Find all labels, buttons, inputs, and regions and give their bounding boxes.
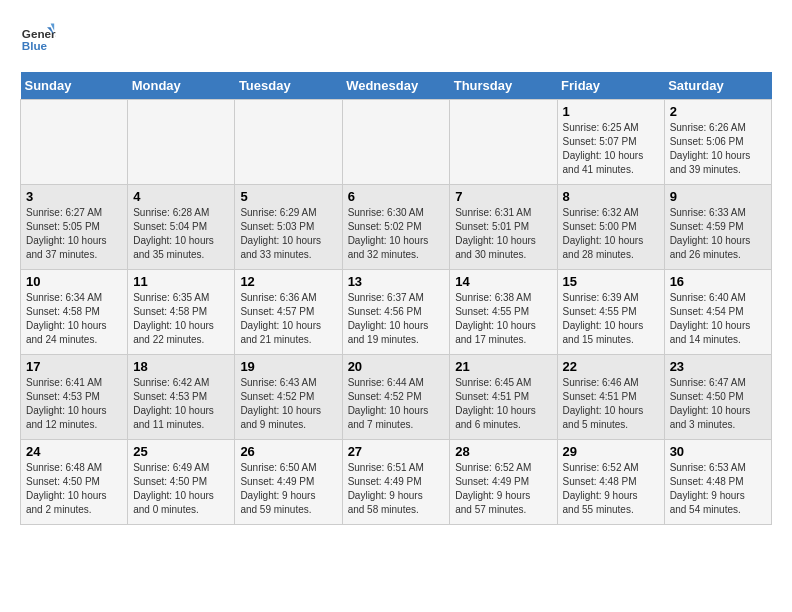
day-detail: Sunrise: 6:48 AM Sunset: 4:50 PM Dayligh… [26, 461, 122, 517]
day-number: 10 [26, 274, 122, 289]
day-detail: Sunrise: 6:36 AM Sunset: 4:57 PM Dayligh… [240, 291, 336, 347]
day-number: 12 [240, 274, 336, 289]
weekday-header-row: SundayMondayTuesdayWednesdayThursdayFrid… [21, 72, 772, 100]
calendar-cell [128, 100, 235, 185]
calendar-week-row: 17Sunrise: 6:41 AM Sunset: 4:53 PM Dayli… [21, 355, 772, 440]
day-detail: Sunrise: 6:38 AM Sunset: 4:55 PM Dayligh… [455, 291, 551, 347]
calendar-cell: 25Sunrise: 6:49 AM Sunset: 4:50 PM Dayli… [128, 440, 235, 525]
calendar-cell: 28Sunrise: 6:52 AM Sunset: 4:49 PM Dayli… [450, 440, 557, 525]
day-detail: Sunrise: 6:49 AM Sunset: 4:50 PM Dayligh… [133, 461, 229, 517]
calendar-cell: 18Sunrise: 6:42 AM Sunset: 4:53 PM Dayli… [128, 355, 235, 440]
day-detail: Sunrise: 6:33 AM Sunset: 4:59 PM Dayligh… [670, 206, 766, 262]
calendar-cell: 27Sunrise: 6:51 AM Sunset: 4:49 PM Dayli… [342, 440, 450, 525]
calendar-week-row: 10Sunrise: 6:34 AM Sunset: 4:58 PM Dayli… [21, 270, 772, 355]
day-number: 4 [133, 189, 229, 204]
calendar-week-row: 3Sunrise: 6:27 AM Sunset: 5:05 PM Daylig… [21, 185, 772, 270]
day-detail: Sunrise: 6:25 AM Sunset: 5:07 PM Dayligh… [563, 121, 659, 177]
day-number: 30 [670, 444, 766, 459]
day-number: 25 [133, 444, 229, 459]
day-number: 15 [563, 274, 659, 289]
calendar-cell [342, 100, 450, 185]
calendar-cell: 13Sunrise: 6:37 AM Sunset: 4:56 PM Dayli… [342, 270, 450, 355]
calendar-cell: 17Sunrise: 6:41 AM Sunset: 4:53 PM Dayli… [21, 355, 128, 440]
calendar-cell: 5Sunrise: 6:29 AM Sunset: 5:03 PM Daylig… [235, 185, 342, 270]
calendar-cell: 7Sunrise: 6:31 AM Sunset: 5:01 PM Daylig… [450, 185, 557, 270]
day-detail: Sunrise: 6:42 AM Sunset: 4:53 PM Dayligh… [133, 376, 229, 432]
calendar-cell: 3Sunrise: 6:27 AM Sunset: 5:05 PM Daylig… [21, 185, 128, 270]
weekday-header-sunday: Sunday [21, 72, 128, 100]
day-detail: Sunrise: 6:52 AM Sunset: 4:49 PM Dayligh… [455, 461, 551, 517]
calendar-cell: 4Sunrise: 6:28 AM Sunset: 5:04 PM Daylig… [128, 185, 235, 270]
day-number: 18 [133, 359, 229, 374]
day-number: 23 [670, 359, 766, 374]
calendar-cell: 26Sunrise: 6:50 AM Sunset: 4:49 PM Dayli… [235, 440, 342, 525]
weekday-header-wednesday: Wednesday [342, 72, 450, 100]
calendar-cell: 10Sunrise: 6:34 AM Sunset: 4:58 PM Dayli… [21, 270, 128, 355]
day-detail: Sunrise: 6:45 AM Sunset: 4:51 PM Dayligh… [455, 376, 551, 432]
day-number: 27 [348, 444, 445, 459]
day-detail: Sunrise: 6:53 AM Sunset: 4:48 PM Dayligh… [670, 461, 766, 517]
calendar-week-row: 24Sunrise: 6:48 AM Sunset: 4:50 PM Dayli… [21, 440, 772, 525]
day-detail: Sunrise: 6:40 AM Sunset: 4:54 PM Dayligh… [670, 291, 766, 347]
day-detail: Sunrise: 6:39 AM Sunset: 4:55 PM Dayligh… [563, 291, 659, 347]
calendar-cell [235, 100, 342, 185]
day-number: 16 [670, 274, 766, 289]
day-number: 19 [240, 359, 336, 374]
calendar-cell: 11Sunrise: 6:35 AM Sunset: 4:58 PM Dayli… [128, 270, 235, 355]
weekday-header-monday: Monday [128, 72, 235, 100]
weekday-header-friday: Friday [557, 72, 664, 100]
day-detail: Sunrise: 6:50 AM Sunset: 4:49 PM Dayligh… [240, 461, 336, 517]
day-number: 6 [348, 189, 445, 204]
calendar-cell: 21Sunrise: 6:45 AM Sunset: 4:51 PM Dayli… [450, 355, 557, 440]
day-detail: Sunrise: 6:46 AM Sunset: 4:51 PM Dayligh… [563, 376, 659, 432]
day-number: 13 [348, 274, 445, 289]
day-number: 17 [26, 359, 122, 374]
day-detail: Sunrise: 6:26 AM Sunset: 5:06 PM Dayligh… [670, 121, 766, 177]
day-detail: Sunrise: 6:30 AM Sunset: 5:02 PM Dayligh… [348, 206, 445, 262]
svg-text:Blue: Blue [22, 39, 48, 52]
day-number: 5 [240, 189, 336, 204]
day-number: 28 [455, 444, 551, 459]
day-number: 14 [455, 274, 551, 289]
day-detail: Sunrise: 6:44 AM Sunset: 4:52 PM Dayligh… [348, 376, 445, 432]
calendar-cell: 19Sunrise: 6:43 AM Sunset: 4:52 PM Dayli… [235, 355, 342, 440]
calendar-cell: 16Sunrise: 6:40 AM Sunset: 4:54 PM Dayli… [664, 270, 771, 355]
day-detail: Sunrise: 6:29 AM Sunset: 5:03 PM Dayligh… [240, 206, 336, 262]
calendar-cell: 15Sunrise: 6:39 AM Sunset: 4:55 PM Dayli… [557, 270, 664, 355]
logo: General Blue [20, 20, 56, 56]
day-number: 1 [563, 104, 659, 119]
weekday-header-thursday: Thursday [450, 72, 557, 100]
day-number: 3 [26, 189, 122, 204]
calendar-cell: 14Sunrise: 6:38 AM Sunset: 4:55 PM Dayli… [450, 270, 557, 355]
calendar-cell: 12Sunrise: 6:36 AM Sunset: 4:57 PM Dayli… [235, 270, 342, 355]
calendar-cell: 24Sunrise: 6:48 AM Sunset: 4:50 PM Dayli… [21, 440, 128, 525]
calendar-cell: 9Sunrise: 6:33 AM Sunset: 4:59 PM Daylig… [664, 185, 771, 270]
day-number: 2 [670, 104, 766, 119]
day-detail: Sunrise: 6:37 AM Sunset: 4:56 PM Dayligh… [348, 291, 445, 347]
day-detail: Sunrise: 6:52 AM Sunset: 4:48 PM Dayligh… [563, 461, 659, 517]
calendar-cell: 2Sunrise: 6:26 AM Sunset: 5:06 PM Daylig… [664, 100, 771, 185]
day-number: 26 [240, 444, 336, 459]
day-detail: Sunrise: 6:28 AM Sunset: 5:04 PM Dayligh… [133, 206, 229, 262]
day-number: 22 [563, 359, 659, 374]
calendar-cell: 22Sunrise: 6:46 AM Sunset: 4:51 PM Dayli… [557, 355, 664, 440]
calendar-cell: 23Sunrise: 6:47 AM Sunset: 4:50 PM Dayli… [664, 355, 771, 440]
day-detail: Sunrise: 6:32 AM Sunset: 5:00 PM Dayligh… [563, 206, 659, 262]
calendar-cell: 29Sunrise: 6:52 AM Sunset: 4:48 PM Dayli… [557, 440, 664, 525]
day-detail: Sunrise: 6:43 AM Sunset: 4:52 PM Dayligh… [240, 376, 336, 432]
day-number: 29 [563, 444, 659, 459]
weekday-header-tuesday: Tuesday [235, 72, 342, 100]
day-detail: Sunrise: 6:27 AM Sunset: 5:05 PM Dayligh… [26, 206, 122, 262]
calendar-cell: 1Sunrise: 6:25 AM Sunset: 5:07 PM Daylig… [557, 100, 664, 185]
day-number: 11 [133, 274, 229, 289]
calendar-week-row: 1Sunrise: 6:25 AM Sunset: 5:07 PM Daylig… [21, 100, 772, 185]
logo-icon: General Blue [20, 20, 56, 56]
day-number: 7 [455, 189, 551, 204]
day-detail: Sunrise: 6:31 AM Sunset: 5:01 PM Dayligh… [455, 206, 551, 262]
weekday-header-saturday: Saturday [664, 72, 771, 100]
calendar-cell [21, 100, 128, 185]
day-number: 24 [26, 444, 122, 459]
day-detail: Sunrise: 6:34 AM Sunset: 4:58 PM Dayligh… [26, 291, 122, 347]
day-detail: Sunrise: 6:41 AM Sunset: 4:53 PM Dayligh… [26, 376, 122, 432]
calendar-cell: 20Sunrise: 6:44 AM Sunset: 4:52 PM Dayli… [342, 355, 450, 440]
